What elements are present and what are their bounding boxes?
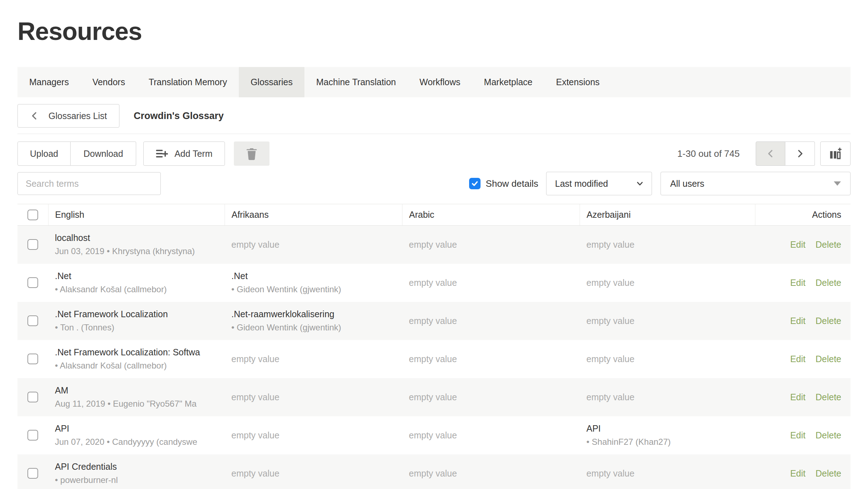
tab-glossaries[interactable]: Glossaries (239, 67, 304, 97)
term-detail: • Gideon Wentink (gjwentink) (231, 323, 395, 333)
tab-translation-memory[interactable]: Translation Memory (137, 67, 239, 97)
glossaries-list-back-button[interactable]: Glossaries List (17, 104, 119, 128)
manage-columns-button[interactable] (820, 141, 851, 166)
row-checkbox[interactable] (27, 239, 38, 250)
chevron-left-icon (766, 148, 775, 159)
term-cell: empty value (402, 264, 580, 302)
table-row: .Net Framework Localization• Ton . (Tonn… (17, 302, 851, 340)
term-detail: • ShahinF27 (Khan27) (586, 437, 748, 447)
delete-link[interactable]: Delete (816, 430, 841, 440)
empty-value-label: empty value (409, 354, 457, 364)
delete-link[interactable]: Delete (816, 316, 841, 326)
row-checkbox[interactable] (27, 468, 38, 479)
term-cell: empty value (225, 340, 402, 378)
term-text: .Net (55, 271, 217, 281)
tab-marketplace[interactable]: Marketplace (472, 67, 544, 97)
tab-workflows[interactable]: Workflows (408, 67, 472, 97)
upload-button[interactable]: Upload (17, 141, 71, 166)
resources-tabbar: ManagersVendorsTranslation MemoryGlossar… (17, 67, 851, 97)
edit-link[interactable]: Edit (790, 354, 806, 364)
edit-link[interactable]: Edit (790, 430, 806, 440)
tab-managers[interactable]: Managers (17, 67, 81, 97)
next-page-button[interactable] (785, 141, 815, 166)
term-cell: .Net• Gideon Wentink (gjwentink) (225, 264, 402, 302)
table-row: .Net• Alaksandr Košal (callmebor).Net• G… (17, 264, 851, 302)
term-cell: localhostJun 03, 2019 • Khrystyna (khrys… (48, 226, 225, 264)
empty-value-label: empty value (586, 354, 635, 364)
actions-cell: EditDelete (755, 340, 851, 378)
add-term-label: Add Term (174, 149, 212, 159)
term-detail: • Ton . (Tonnes) (55, 323, 217, 333)
breadcrumb: Glossaries List Crowdin's Glossary (17, 104, 851, 128)
delete-link[interactable]: Delete (816, 278, 841, 288)
empty-value-label: empty value (586, 240, 635, 249)
trash-icon (246, 147, 258, 160)
empty-value-label: empty value (586, 278, 635, 288)
search-input[interactable] (17, 172, 161, 195)
show-details-toggle[interactable]: Show details (469, 178, 538, 189)
edit-link[interactable]: Edit (790, 468, 806, 478)
term-text: .Net Framework Localization: Softwa (55, 347, 217, 357)
term-cell: empty value (402, 454, 580, 489)
glossary-terms-table: English Afrikaans Arabic Azerbaijani Act… (17, 204, 851, 489)
edit-link[interactable]: Edit (790, 240, 806, 249)
empty-value-label: empty value (231, 240, 279, 249)
row-checkbox[interactable] (27, 315, 38, 326)
row-checkbox[interactable] (27, 430, 38, 441)
column-header-actions: Actions (755, 204, 851, 226)
actions-cell: EditDelete (755, 378, 851, 416)
column-header-afrikaans[interactable]: Afrikaans (225, 204, 402, 226)
tab-extensions[interactable]: Extensions (544, 67, 611, 97)
row-checkbox[interactable] (27, 277, 38, 288)
table-row: APIJun 07, 2020 • Candyyyyy (candysweemp… (17, 416, 851, 454)
term-text: localhost (55, 233, 217, 243)
row-checkbox-cell (17, 226, 48, 264)
download-button[interactable]: Download (71, 141, 136, 166)
empty-value-label: empty value (409, 316, 457, 326)
row-checkbox-cell (17, 378, 48, 416)
row-checkbox[interactable] (27, 354, 38, 364)
row-checkbox[interactable] (27, 392, 38, 402)
empty-value-label: empty value (409, 278, 457, 288)
add-term-button[interactable]: Add Term (143, 141, 225, 166)
empty-value-label: empty value (409, 430, 457, 440)
users-filter-dropdown[interactable]: All users (661, 172, 851, 195)
delete-link[interactable]: Delete (816, 392, 841, 402)
table-header-row: English Afrikaans Arabic Azerbaijani Act… (17, 204, 851, 226)
tab-machine-translation[interactable]: Machine Translation (304, 67, 408, 97)
column-header-english[interactable]: English (48, 204, 225, 226)
sort-select[interactable]: Last modified (546, 172, 652, 195)
term-cell: .Net Framework Localization• Ton . (Tonn… (48, 302, 225, 340)
show-details-checkbox[interactable] (469, 178, 481, 189)
column-header-azerbaijani[interactable]: Azerbaijani (580, 204, 755, 226)
term-cell: empty value (402, 226, 580, 264)
empty-value-label: empty value (586, 392, 635, 402)
empty-value-label: empty value (231, 354, 279, 364)
term-text: API (586, 423, 748, 434)
term-cell: .Net-raamwerklokalisering• Gideon Wentin… (225, 302, 402, 340)
upload-download-group: Upload Download (17, 141, 136, 166)
term-detail: • Gideon Wentink (gjwentink) (231, 284, 395, 294)
term-cell: API Credentials• powerburner-nl (48, 454, 225, 489)
row-checkbox-cell (17, 454, 48, 489)
prev-page-button[interactable] (756, 141, 785, 166)
select-all-checkbox[interactable] (27, 210, 38, 220)
edit-link[interactable]: Edit (790, 392, 806, 402)
empty-value-label: empty value (409, 468, 457, 478)
delete-link[interactable]: Delete (816, 240, 841, 249)
edit-link[interactable]: Edit (790, 278, 806, 288)
delete-link[interactable]: Delete (816, 468, 841, 478)
show-details-label: Show details (486, 178, 538, 189)
delete-link[interactable]: Delete (816, 354, 841, 364)
empty-value-label: empty value (409, 240, 457, 249)
tab-vendors[interactable]: Vendors (81, 67, 137, 97)
actions-cell: EditDelete (755, 454, 851, 489)
filter-bar: Show details Last modified All users (17, 172, 851, 195)
term-detail: Aug 11, 2019 • Eugenio "Ryo567" Ma (55, 399, 217, 409)
delete-selected-button[interactable] (234, 141, 269, 166)
column-header-arabic[interactable]: Arabic (402, 204, 580, 226)
filter-right: Show details Last modified All users (469, 172, 851, 195)
term-cell: empty value (402, 416, 580, 454)
edit-link[interactable]: Edit (790, 316, 806, 326)
check-icon (471, 180, 479, 187)
